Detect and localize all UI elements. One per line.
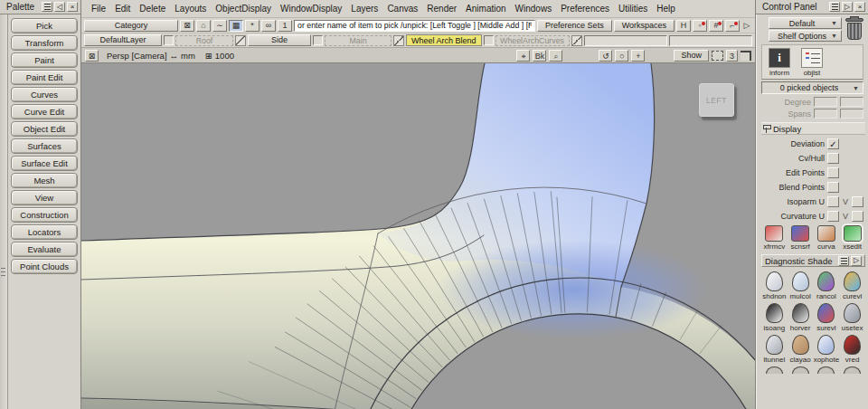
snap-to-grid-icon[interactable]: ◦ bbox=[693, 20, 707, 32]
tumble-icon[interactable]: ↺ bbox=[599, 50, 612, 62]
viewport-close-icon[interactable]: ⊠ bbox=[85, 50, 99, 62]
display-option-checkbox[interactable]: ✓ bbox=[827, 211, 839, 222]
menu-item[interactable]: Layers bbox=[346, 0, 382, 18]
palette-menu-icon[interactable] bbox=[42, 2, 52, 12]
palette-tab-button[interactable]: Transform bbox=[11, 35, 78, 51]
shelf-set-dropdown[interactable]: Default ▼ bbox=[769, 17, 842, 29]
layer-wheelarchcurves-symmetry-icon[interactable] bbox=[571, 35, 582, 46]
viewport-zoom-value[interactable]: 1000 bbox=[215, 51, 234, 61]
pick-surface-icon[interactable]: ▦ bbox=[229, 20, 243, 32]
display-option-v-checkbox[interactable] bbox=[852, 211, 863, 222]
shade-mode[interactable]: mulcol bbox=[788, 271, 814, 300]
zoom-icon[interactable]: ⊞ bbox=[205, 51, 212, 61]
diagnostic-shade-header[interactable]: Diagnostic Shade ▷ bbox=[761, 254, 865, 267]
display-option-checkbox[interactable]: ✓ bbox=[827, 167, 839, 178]
spans-field-u[interactable] bbox=[814, 109, 837, 119]
display-option-checkbox[interactable]: ✓ bbox=[827, 153, 839, 164]
layer-default-button[interactable]: DefaultLayer bbox=[84, 34, 162, 46]
menu-item[interactable]: Layouts bbox=[170, 0, 211, 18]
shade-mode[interactable]: xophote bbox=[814, 335, 840, 364]
shade-mode[interactable]: ltunnel bbox=[761, 335, 788, 364]
spans-field-v[interactable] bbox=[840, 109, 863, 119]
display-option-checkbox[interactable]: ✓ bbox=[827, 138, 839, 149]
layer-main-checkbox[interactable] bbox=[313, 35, 323, 45]
view-panel-layout-icon[interactable] bbox=[712, 51, 723, 61]
layer-wheel-arch-blend-button[interactable]: Wheel Arch Blend bbox=[406, 34, 482, 46]
layer-wheelarchcurves-checkbox[interactable] bbox=[484, 35, 494, 45]
palette-tab-button[interactable]: Paint Edit bbox=[11, 70, 78, 85]
menu-item[interactable]: Canvas bbox=[382, 0, 422, 18]
shelf-tool[interactable]: curva bbox=[814, 225, 840, 251]
layer-roof-symmetry-icon[interactable] bbox=[235, 35, 246, 46]
show-button[interactable]: Show bbox=[674, 50, 709, 62]
shade-mode[interactable]: usetex bbox=[839, 303, 865, 332]
magnifier-icon[interactable]: ⌕ bbox=[549, 50, 562, 62]
layer-wheelarchcurves-slot[interactable]: WheelArchCurves bbox=[495, 35, 570, 46]
pan-icon[interactable]: ↔ bbox=[170, 51, 179, 61]
shelf-tool[interactable]: xsedit bbox=[839, 225, 865, 251]
window-corner-icon[interactable] bbox=[741, 51, 751, 61]
menu-item[interactable]: Delete bbox=[135, 0, 170, 18]
shade-mode[interactable]: rancol bbox=[814, 271, 840, 300]
pick-nothing-icon[interactable]: ⊠ bbox=[180, 20, 194, 32]
palette-tab-button[interactable]: Surface Edit bbox=[11, 156, 78, 171]
display-option-checkbox[interactable]: ✓ bbox=[827, 196, 839, 207]
control-panel-menu-icon[interactable] bbox=[829, 2, 840, 12]
shade-mode[interactable]: curevl bbox=[839, 271, 865, 300]
palette-tab-button[interactable]: Pick bbox=[11, 18, 78, 33]
history-toggle-icon[interactable]: H bbox=[676, 20, 691, 32]
palette-tab-button[interactable]: Curves bbox=[11, 87, 78, 102]
palette-tab-button[interactable]: Locators bbox=[11, 224, 78, 240]
menu-item[interactable]: Preferences bbox=[556, 0, 614, 18]
shelf-item-objlst[interactable]: objlst bbox=[798, 48, 826, 77]
shelf-item-inform[interactable]: i inform bbox=[766, 48, 793, 77]
layer-empty-slot-2[interactable] bbox=[669, 35, 752, 46]
layer-main-symmetry-icon[interactable] bbox=[393, 35, 404, 46]
palette-tab-button[interactable]: Surfaces bbox=[11, 138, 78, 154]
category-button[interactable]: Category bbox=[84, 20, 178, 32]
menu-item[interactable]: ObjectDisplay bbox=[211, 0, 276, 18]
degree-field-v[interactable] bbox=[840, 97, 863, 107]
modeling-scene[interactable] bbox=[81, 63, 755, 409]
track-icon[interactable]: ○ bbox=[615, 50, 628, 62]
trash-can-icon[interactable] bbox=[845, 18, 863, 42]
shade-mode[interactable]: shdnon bbox=[761, 271, 788, 300]
dolly-icon[interactable]: + bbox=[631, 50, 645, 62]
palette-scroll-strip[interactable] bbox=[0, 14, 8, 409]
pick-template-icon[interactable]: 1 bbox=[278, 20, 292, 32]
layer-roof-checkbox[interactable] bbox=[164, 35, 174, 45]
menu-item[interactable]: Animation bbox=[461, 0, 510, 18]
menu-item[interactable]: Help bbox=[652, 0, 680, 18]
shade-mode[interactable]: isoang bbox=[761, 303, 788, 332]
picked-objects-dropdown[interactable]: 0 picked objects ▼ bbox=[761, 81, 863, 94]
menu-item[interactable]: Windows bbox=[511, 0, 557, 18]
palette-tab-button[interactable]: View bbox=[11, 190, 78, 205]
pick-point-icon[interactable]: * bbox=[245, 20, 259, 32]
palette-tab-button[interactable]: Evaluate bbox=[11, 242, 78, 257]
workspaces-button[interactable]: Workspaces bbox=[614, 20, 675, 32]
menu-item[interactable]: Edit bbox=[110, 0, 135, 18]
degree-field-u[interactable] bbox=[814, 97, 837, 107]
preference-sets-button[interactable]: Preference Sets bbox=[537, 20, 612, 32]
display-option-v-checkbox[interactable] bbox=[852, 196, 863, 207]
control-panel-close-icon[interactable]: × bbox=[854, 2, 865, 12]
control-panel-expand-icon[interactable]: ▷ bbox=[842, 2, 853, 12]
layer-side-button[interactable]: Side bbox=[248, 34, 311, 46]
prompt-line-input[interactable] bbox=[294, 20, 535, 32]
shelf-options-dropdown[interactable]: Shelf Options ▼ bbox=[769, 30, 842, 42]
display-option-checkbox[interactable]: ✓ bbox=[827, 182, 839, 193]
palette-titlebar[interactable]: Palette ◁ × bbox=[0, 0, 80, 14]
menu-item[interactable]: Utilities bbox=[614, 0, 652, 18]
menu-item[interactable]: WindowDisplay bbox=[276, 0, 346, 18]
display-section-header[interactable]: Display bbox=[761, 122, 865, 135]
shade-mode[interactable]: clayao bbox=[788, 335, 814, 364]
menu-item[interactable]: File bbox=[87, 0, 110, 18]
shelf-tool[interactable]: xfrmcv bbox=[761, 225, 788, 251]
perspective-viewport-canvas[interactable]: LEFT bbox=[81, 63, 755, 409]
bookmark-icon[interactable]: Bk bbox=[533, 50, 546, 62]
pick-object-icon[interactable]: ⌂ bbox=[196, 20, 211, 32]
shade-mode[interactable]: vred bbox=[839, 335, 865, 364]
palette-grip-icon[interactable] bbox=[1, 268, 5, 276]
snap-to-curve-icon[interactable]: # bbox=[709, 20, 723, 32]
layer-main-slot[interactable]: Main bbox=[325, 35, 392, 46]
